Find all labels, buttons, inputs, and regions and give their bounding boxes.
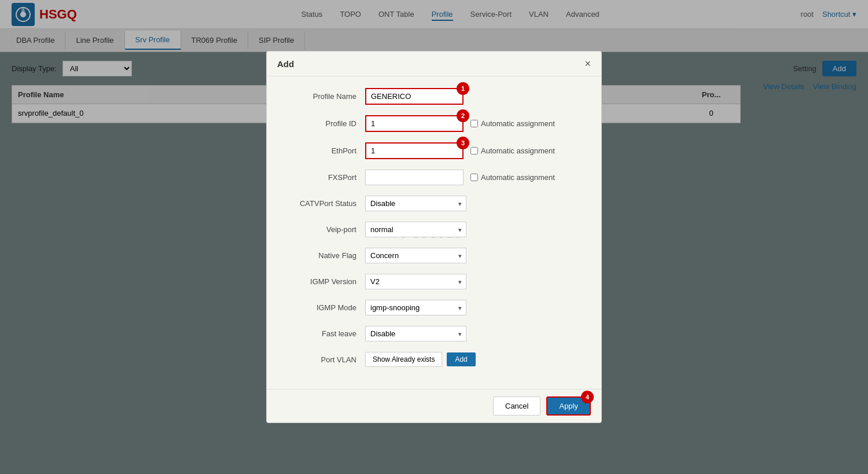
- igmp-mode-row: IGMP Mode igmp-snooping igmp-proxy: [284, 300, 584, 315]
- modal-footer: Cancel Apply 4: [267, 389, 601, 422]
- modal-title: Add: [277, 59, 294, 69]
- modal-overlay: Add × ForoISP Profile Name 1 Profile ID …: [0, 0, 868, 474]
- veip-port-label: Veip-port: [284, 225, 365, 234]
- catvport-status-select[interactable]: Disable Enable: [365, 196, 466, 211]
- fxsport-row: FXSPort Automatic assignment: [284, 170, 584, 185]
- add-modal: Add × ForoISP Profile Name 1 Profile ID …: [266, 51, 602, 423]
- catvport-select-wrapper: Disable Enable: [365, 196, 466, 211]
- profile-name-row: Profile Name 1: [284, 88, 584, 105]
- ethport-row: EthPort 3 Automatic assignment: [284, 142, 584, 159]
- ethport-auto-assign: Automatic assignment: [470, 146, 555, 155]
- fast-leave-label: Fast leave: [284, 329, 365, 338]
- native-flag-select[interactable]: Concern None: [365, 248, 466, 263]
- step-badge-1: 1: [457, 82, 469, 95]
- profile-id-label: Profile ID: [284, 119, 365, 128]
- igmp-version-select-wrapper: V2 V3: [365, 274, 466, 289]
- profile-id-auto-checkbox[interactable]: [470, 120, 478, 127]
- port-vlan-row: Port VLAN Show Already exists Add: [284, 352, 584, 367]
- auto-assign-label-1: Automatic assignment: [481, 119, 555, 128]
- igmp-mode-label: IGMP Mode: [284, 303, 365, 312]
- profile-id-auto-assign: Automatic assignment: [470, 119, 555, 128]
- modal-close-button[interactable]: ×: [584, 58, 591, 69]
- fxsport-auto-assign: Automatic assignment: [470, 173, 555, 182]
- ethport-input[interactable]: [365, 142, 464, 159]
- auto-assign-label-3: Automatic assignment: [481, 173, 555, 182]
- fxsport-label: FXSPort: [284, 173, 365, 182]
- veip-port-row: Veip-port normal default: [284, 222, 584, 237]
- fast-leave-select-wrapper: Disable Enable: [365, 326, 466, 341]
- catvport-status-label: CATVPort Status: [284, 199, 365, 208]
- step-badge-4: 4: [581, 391, 594, 403]
- modal-body: ForoISP Profile Name 1 Profile ID 2 Aut: [267, 76, 601, 389]
- auto-assign-label-2: Automatic assignment: [481, 146, 555, 155]
- cancel-button[interactable]: Cancel: [493, 396, 540, 416]
- native-flag-select-wrapper: Concern None: [365, 248, 466, 263]
- step-badge-2: 2: [457, 109, 469, 122]
- igmp-version-select[interactable]: V2 V3: [365, 274, 466, 289]
- fast-leave-row: Fast leave Disable Enable: [284, 326, 584, 341]
- veip-select-wrapper: normal default: [365, 222, 466, 237]
- profile-name-label: Profile Name: [284, 92, 365, 101]
- catvport-status-row: CATVPort Status Disable Enable: [284, 196, 584, 211]
- native-flag-row: Native Flag Concern None: [284, 248, 584, 263]
- fxsport-auto-checkbox[interactable]: [470, 174, 478, 181]
- igmp-mode-select[interactable]: igmp-snooping igmp-proxy: [365, 300, 466, 315]
- igmp-version-label: IGMP Version: [284, 277, 365, 286]
- step-badge-3: 3: [457, 137, 469, 149]
- igmp-mode-select-wrapper: igmp-snooping igmp-proxy: [365, 300, 466, 315]
- ethport-auto-checkbox[interactable]: [470, 147, 478, 155]
- show-already-exists-button[interactable]: Show Already exists: [365, 352, 442, 367]
- profile-name-input[interactable]: [365, 88, 464, 105]
- native-flag-label: Native Flag: [284, 251, 365, 260]
- add-vlan-button[interactable]: Add: [447, 352, 475, 366]
- modal-header: Add ×: [267, 52, 601, 76]
- profile-id-input[interactable]: [365, 115, 464, 132]
- fast-leave-select[interactable]: Disable Enable: [365, 326, 466, 341]
- profile-id-row: Profile ID 2 Automatic assignment: [284, 115, 584, 132]
- veip-port-select[interactable]: normal default: [365, 222, 466, 237]
- port-vlan-label: Port VLAN: [284, 355, 365, 364]
- ethport-label: EthPort: [284, 146, 365, 155]
- port-vlan-controls: Show Already exists Add: [365, 352, 476, 367]
- fxsport-input[interactable]: [365, 170, 464, 185]
- igmp-version-row: IGMP Version V2 V3: [284, 274, 584, 289]
